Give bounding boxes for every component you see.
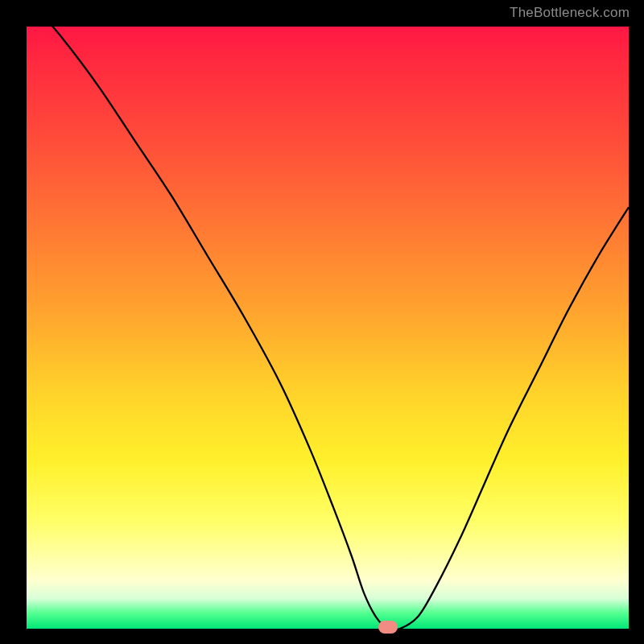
watermark-text: TheBottleneck.com [510,5,630,21]
bottleneck-curve [27,27,629,629]
marker-pill [378,621,398,634]
bottleneck-curve-plot [27,27,629,629]
optimal-point-marker [378,620,398,634]
chart-frame: TheBottleneck.com [0,0,644,644]
